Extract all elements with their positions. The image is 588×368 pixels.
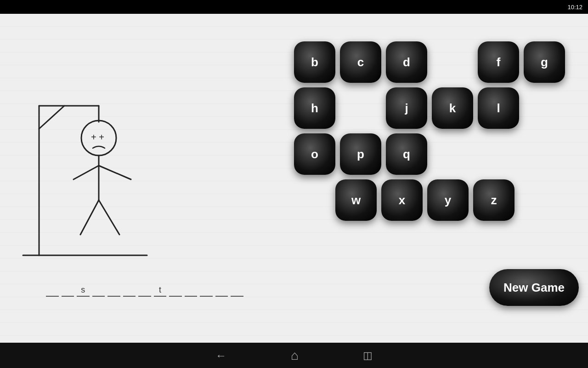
- key-o[interactable]: o: [294, 133, 335, 175]
- letter-line-3: [92, 296, 105, 297]
- letter-slot-2: s: [77, 285, 90, 297]
- letter-line-9: [185, 296, 198, 297]
- keyboard-row-3: o p q: [294, 133, 579, 175]
- key-w[interactable]: w: [335, 179, 377, 221]
- svg-line-10: [80, 200, 99, 235]
- key-j[interactable]: j: [386, 87, 427, 129]
- key-p[interactable]: p: [340, 133, 381, 175]
- letter-slot-0: [46, 285, 59, 297]
- new-game-label: New Game: [503, 281, 565, 295]
- svg-line-3: [39, 106, 64, 129]
- letter-slot-6: [138, 285, 151, 297]
- letter-slot-7: t: [154, 285, 167, 297]
- key-k[interactable]: k: [432, 87, 473, 129]
- key-g[interactable]: g: [524, 41, 565, 83]
- home-button[interactable]: ⌂: [291, 348, 299, 363]
- letter-slot-9: [185, 285, 198, 297]
- word-display: st: [46, 285, 243, 297]
- key-b[interactable]: b: [294, 41, 335, 83]
- key-y[interactable]: y: [427, 179, 469, 221]
- letter-line-7: [154, 296, 167, 297]
- letter-line-11: [215, 296, 228, 297]
- status-time: 10:12: [567, 4, 582, 11]
- key-z[interactable]: z: [473, 179, 514, 221]
- key-d[interactable]: d: [386, 41, 427, 83]
- new-game-button[interactable]: New Game: [489, 269, 579, 306]
- game-area: + + st b c d f g: [0, 14, 588, 343]
- letter-line-0: [46, 296, 59, 297]
- svg-text:+ +: + +: [91, 132, 104, 142]
- letter-line-10: [200, 296, 213, 297]
- word-area: st: [46, 285, 243, 297]
- svg-line-8: [74, 166, 99, 179]
- letter-line-5: [123, 296, 136, 297]
- keyboard-row-2: h j k l: [294, 87, 579, 129]
- letter-char-7: t: [159, 285, 161, 295]
- letter-line-1: [62, 296, 74, 297]
- letter-char-2: s: [81, 285, 85, 295]
- nav-bar: ← ⌂ ◫: [0, 343, 588, 368]
- letter-line-12: [231, 296, 243, 297]
- key-l[interactable]: l: [478, 87, 519, 129]
- row1-spacer: [432, 41, 473, 83]
- letter-slot-12: [231, 285, 243, 297]
- letter-slot-4: [107, 285, 120, 297]
- letter-slot-11: [215, 285, 228, 297]
- status-bar: 10:12: [0, 0, 588, 14]
- svg-line-9: [99, 166, 131, 179]
- letter-line-8: [169, 296, 182, 297]
- keyboard-row-4: w x y z: [335, 179, 579, 221]
- recents-button[interactable]: ◫: [363, 350, 373, 362]
- keyboard-row-1: b c d f g: [294, 41, 579, 83]
- key-h[interactable]: h: [294, 87, 335, 129]
- hangman-drawing: + +: [14, 41, 179, 262]
- svg-line-11: [99, 200, 119, 235]
- key-c[interactable]: c: [340, 41, 381, 83]
- key-x[interactable]: x: [381, 179, 423, 221]
- letter-line-6: [138, 296, 151, 297]
- letter-slot-8: [169, 285, 182, 297]
- keyboard-area: b c d f g h j k l o p q w x y z: [294, 41, 579, 225]
- letter-line-2: [77, 296, 90, 297]
- back-button[interactable]: ←: [215, 349, 226, 362]
- letter-slot-5: [123, 285, 136, 297]
- row2-spacer: [340, 87, 381, 129]
- letter-slot-1: [62, 285, 74, 297]
- key-f[interactable]: f: [478, 41, 519, 83]
- letter-line-4: [107, 296, 120, 297]
- key-q[interactable]: q: [386, 133, 427, 175]
- letter-slot-10: [200, 285, 213, 297]
- letter-slot-3: [92, 285, 105, 297]
